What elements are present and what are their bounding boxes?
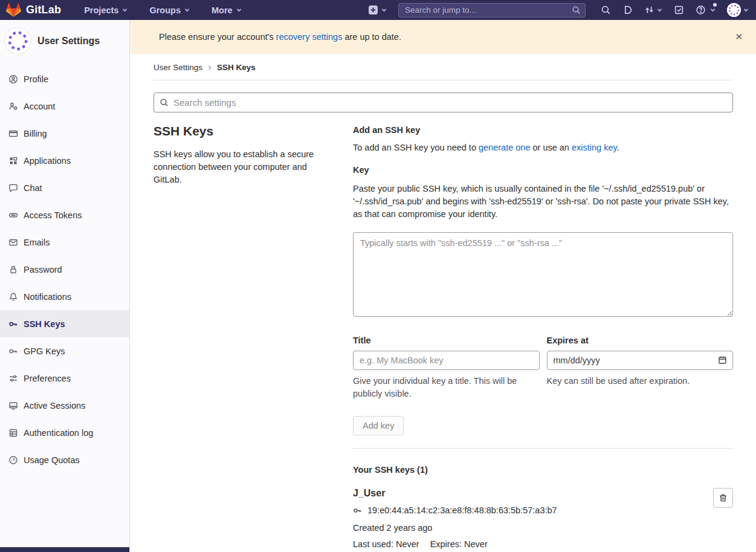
banner-close-button[interactable]: ✕ [730,29,748,45]
calendar-icon[interactable] [718,356,727,365]
ssh-key-expires: Expires: Never [430,539,488,549]
title-label: Title [353,336,540,345]
todos-button[interactable] [674,5,684,15]
sidebar-item-notifications[interactable]: Notifications [0,283,129,310]
section-divider [353,448,733,449]
sidebar-item-access-tokens[interactable]: Access Tokens [0,201,129,229]
sidebar-item-account[interactable]: Account [0,93,129,120]
add-key-button[interactable]: Add key [353,416,404,435]
add-key-heading: Add an SSH key [353,125,733,135]
generate-one-link[interactable]: generate one [479,143,530,152]
key-label: Key [353,165,733,175]
ssh-key-name[interactable]: J_User [353,488,713,499]
account-icon [8,102,18,111]
global-search-input[interactable] [398,3,586,18]
sidebar-item-usage-quotas[interactable]: Usage Quotas [0,446,129,473]
page-description: SSH keys allow you to establish a secure… [153,148,329,186]
sidebar-item-applications[interactable]: Applications [0,147,129,174]
chevron-down-icon [710,7,716,13]
ssh-key-fingerprint-row: 19:e0:44:a5:14:c2:3a:e8:f8:48:8b:63:5b:5… [353,505,713,515]
navbar-menu: Projects Groups More [84,5,241,15]
help-button[interactable] [696,5,716,15]
nav-groups[interactable]: Groups [149,5,190,15]
new-menu-button[interactable] [368,5,387,15]
brand-name: GitLab [26,4,61,16]
ssh-key-meta-row: Last used: Never Expires: Never [353,539,713,549]
title-input[interactable] [353,351,540,370]
nav-projects[interactable]: Projects [84,5,128,15]
expires-date-field [547,345,734,370]
banner-text: Please ensure your account's recovery se… [159,32,401,42]
gpg-keys-icon [8,346,18,356]
ssh-keys-icon [8,319,18,329]
chevron-down-icon [236,7,242,13]
merge-requests-icon [644,5,654,15]
applications-icon [8,156,18,166]
ssh-key-last-used: Last used: Never [353,539,419,549]
chevron-down-icon [657,7,662,13]
gitlab-tanuki-icon [6,3,21,17]
breadcrumb-user-settings[interactable]: User Settings [153,63,202,72]
breadcrumb: User Settings SSH Keys [153,63,733,72]
sidebar-item-authentication-log[interactable]: Authentication log [0,419,129,446]
access-tokens-icon [8,210,18,220]
sidebar-item-profile[interactable]: Profile [0,65,129,93]
sidebar-item-preferences[interactable]: Preferences [0,365,129,392]
help-icon [696,5,706,15]
ssh-key-fingerprint: 19:e0:44:a5:14:c2:3a:e8:f8:48:8b:63:5b:5… [367,505,557,515]
existing-key-link[interactable]: existing key [572,143,617,152]
title-help-text: Give your individual key a title. This w… [353,375,540,400]
key-icon [353,506,362,515]
recovery-settings-link[interactable]: recovery settings [276,32,343,42]
sidebar-header: User Settings [0,20,129,62]
trash-icon [719,493,728,502]
sidebar-item-emails[interactable]: Emails [0,229,129,256]
delete-key-button[interactable] [713,488,733,508]
search-icon [160,98,169,107]
sidebar-item-ssh-keys[interactable]: SSH Keys [0,310,129,337]
breadcrumb-divider [153,80,733,80]
merge-requests-button[interactable] [644,5,662,15]
search-button[interactable] [601,5,611,15]
search-icon [601,5,611,15]
breadcrumb-ssh-keys: SSH Keys [217,63,256,72]
usage-quotas-icon [8,455,18,465]
expires-field-group: Expires at Key can still be used after e… [547,336,734,400]
todos-icon [674,5,684,15]
sidebar-item-password[interactable]: Password [0,256,129,283]
gitlab-logo-link[interactable]: GitLab [6,3,61,17]
ssh-key-info: J_User 19:e0:44:a5:14:c2:3a:e8:f8:48:8b:… [353,488,713,549]
sidebar-item-chat[interactable]: Chat [0,174,129,201]
issues-button[interactable] [622,5,633,15]
ssh-key-row: J_User 19:e0:44:a5:14:c2:3a:e8:f8:48:8b:… [353,488,733,549]
section-body: Add an SSH key To add an SSH key you nee… [353,124,733,549]
top-navbar: GitLab Projects Groups More [0,0,756,20]
expires-date-input[interactable] [547,351,734,370]
app: GitLab Projects Groups More [0,0,756,552]
your-ssh-keys-heading: Your SSH keys (1) [353,465,733,475]
user-menu-button[interactable] [727,3,749,17]
settings-search-input[interactable] [153,93,733,112]
global-search [398,3,586,18]
recovery-settings-banner: Please ensure your account's recovery se… [130,20,756,54]
settings-content: User Settings SSH Keys SSH Keys SSH ke [130,54,756,552]
key-textarea[interactable] [353,232,733,317]
emails-icon [8,238,18,247]
password-icon [8,265,18,274]
nav-more[interactable]: More [212,5,242,15]
avatar [727,3,741,17]
key-description: Paste your public SSH key, which is usua… [353,183,733,221]
chevron-right-icon [207,65,212,70]
expires-label: Expires at [547,336,734,345]
section-intro: SSH Keys SSH keys allow you to establish… [153,124,329,549]
notifications-icon [8,292,18,302]
settings-sidebar: User Settings Profile Account Billing Ap… [0,20,130,552]
sidebar-item-gpg-keys[interactable]: GPG Keys [0,337,129,365]
active-sessions-icon [8,401,18,411]
sidebar-item-active-sessions[interactable]: Active Sessions [0,392,129,419]
search-icon [572,5,581,15]
chevron-down-icon [184,7,190,13]
sidebar-title: User Settings [37,36,100,47]
chevron-down-icon [381,7,387,13]
sidebar-item-billing[interactable]: Billing [0,120,129,147]
